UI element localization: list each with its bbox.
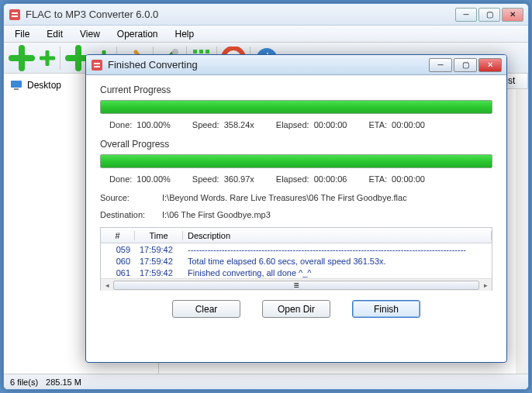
finished-converting-dialog: Finished Converting ─ ▢ ✕ Current Progre… [85, 54, 507, 363]
current-elapsed-label: Elapsed: [276, 120, 309, 129]
log-cell-desc: ----------------------------------------… [183, 245, 492, 254]
log-row[interactable]: 059 17:59:42 ---------------------------… [101, 243, 492, 255]
current-speed-value: 358.24x [224, 120, 254, 129]
log-cell-time: 17:59:42 [135, 245, 183, 254]
overall-speed-value: 360.97x [224, 174, 254, 184]
overall-progress-label: Overall Progress [100, 139, 492, 150]
svg-rect-0 [9, 9, 20, 20]
log-cell-num: 061 [101, 268, 135, 278]
log-column-num[interactable]: # [101, 231, 135, 240]
svg-rect-6 [206, 50, 209, 53]
log-cell-num: 059 [101, 245, 135, 254]
scroll-right-icon[interactable]: ▸ [479, 279, 492, 291]
current-speed-label: Speed: [192, 120, 219, 129]
log-row[interactable]: 060 17:59:42 Total time elapsed 6.60 sec… [101, 255, 492, 267]
main-title: FLAC to MP3 Converter 6.0.0 [26, 9, 455, 20]
overall-stats: Done: 100.00% Speed: 360.97x Elapsed: 00… [100, 174, 492, 184]
menubar: File Edit View Operation Help [4, 26, 528, 43]
main-minimize-button[interactable]: ─ [455, 8, 477, 22]
current-done-label: Done: [109, 120, 132, 129]
source-path: I:\Beyond Words. Rare Live Treasures\06 … [162, 193, 407, 202]
svg-rect-4 [193, 50, 197, 53]
dialog-icon [91, 59, 103, 71]
scroll-thumb[interactable]: ≡ [113, 281, 479, 290]
log-cell-desc: Total time elapsed 6.60 secs, overall sp… [183, 257, 492, 266]
dialog-titlebar[interactable]: Finished Converting ─ ▢ ✕ [86, 55, 506, 75]
overall-done-value: 100.00% [136, 174, 170, 184]
overall-progress-bar [100, 154, 492, 168]
svg-rect-1 [12, 12, 18, 14]
log-cell-time: 17:59:42 [135, 257, 183, 266]
menu-operation[interactable]: Operation [109, 27, 166, 41]
log-table: # Time Description 059 17:59:42 --------… [100, 227, 492, 291]
status-file-count: 6 file(s) [10, 377, 38, 387]
current-stats: Done: 100.00% Speed: 358.24x Elapsed: 00… [100, 120, 492, 129]
toolbar-separator [60, 47, 60, 70]
finish-button[interactable]: Finish [352, 300, 420, 318]
dialog-maximize-button[interactable]: ▢ [454, 58, 477, 72]
log-cell-num: 060 [101, 257, 135, 266]
overall-elapsed-value: 00:00:06 [314, 174, 347, 184]
menu-edit[interactable]: Edit [39, 27, 71, 41]
overall-done-label: Done: [109, 174, 132, 184]
dialog-close-button[interactable]: ✕ [478, 58, 502, 72]
svg-rect-17 [92, 60, 102, 71]
desktop-icon [10, 80, 22, 91]
app-icon [9, 9, 21, 21]
dialog-title: Finished Converting [108, 59, 429, 71]
svg-rect-16 [14, 88, 19, 90]
destination-label: Destination: [100, 210, 162, 219]
status-total-size: 285.15 M [46, 377, 81, 387]
svg-rect-18 [94, 63, 100, 64]
overall-speed-label: Speed: [192, 174, 219, 184]
log-column-desc[interactable]: Description [183, 231, 492, 240]
clear-button[interactable]: Clear [172, 300, 240, 318]
dialog-minimize-button[interactable]: ─ [429, 58, 452, 72]
svg-rect-5 [199, 50, 203, 53]
log-column-time[interactable]: Time [135, 231, 183, 240]
overall-eta-value: 00:00:00 [392, 174, 425, 184]
menu-help[interactable]: Help [168, 27, 202, 41]
current-done-value: 100.00% [136, 120, 170, 129]
menu-view[interactable]: View [72, 27, 108, 41]
svg-rect-15 [11, 81, 22, 88]
current-progress-bar [100, 100, 492, 114]
log-cell-time: 17:59:42 [135, 268, 183, 278]
statusbar: 6 file(s) 285.15 M [4, 374, 528, 389]
add-small-icon[interactable] [40, 50, 55, 66]
current-elapsed-value: 00:00:00 [314, 120, 347, 129]
log-cell-desc: Finished converting, all done ^_^ [183, 268, 492, 278]
main-maximize-button[interactable]: ▢ [478, 8, 500, 22]
file-list-scrollbar[interactable] [516, 89, 528, 374]
main-titlebar[interactable]: FLAC to MP3 Converter 6.0.0 ─ ▢ ✕ [4, 4, 528, 26]
current-eta-value: 00:00:00 [392, 120, 425, 129]
svg-rect-19 [94, 66, 100, 67]
current-progress-label: Current Progress [100, 84, 492, 95]
scroll-left-icon[interactable]: ◂ [101, 279, 113, 291]
destination-path: I:\06 The First Goodbye.mp3 [162, 210, 271, 219]
add-files-icon[interactable] [9, 45, 35, 71]
svg-rect-2 [12, 16, 18, 17]
menu-file[interactable]: File [7, 27, 37, 41]
overall-eta-label: ETA: [368, 174, 387, 184]
overall-elapsed-label: Elapsed: [276, 174, 309, 184]
current-eta-label: ETA: [368, 120, 387, 129]
log-horizontal-scrollbar[interactable]: ◂ ≡ ▸ [101, 278, 492, 291]
open-dir-button[interactable]: Open Dir [262, 300, 330, 318]
main-close-button[interactable]: ✕ [502, 8, 523, 22]
log-row[interactable]: 061 17:59:42 Finished converting, all do… [101, 267, 492, 278]
sidebar-item-label: Desktop [27, 80, 61, 91]
source-label: Source: [100, 193, 162, 202]
